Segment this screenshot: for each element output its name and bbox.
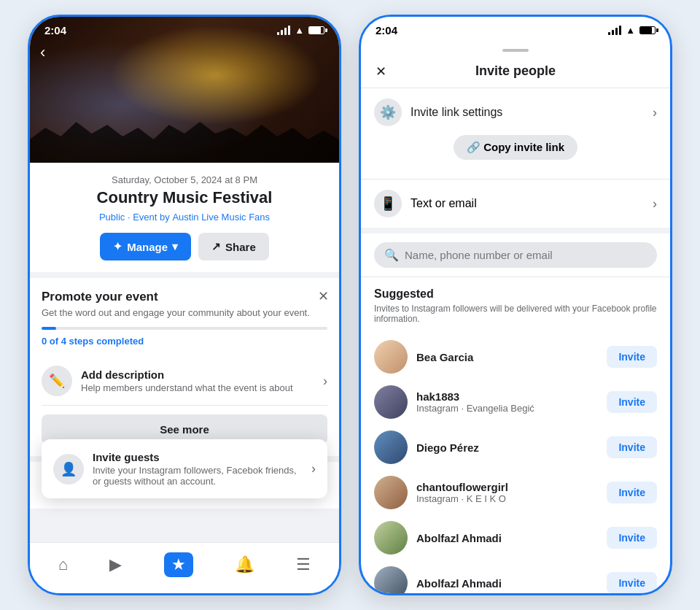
invite-guests-title: Invite guests — [93, 451, 303, 463]
nav-notifications[interactable]: 🔔 — [228, 551, 262, 579]
suggested-subtitle: Invites to Instagram followers will be d… — [374, 304, 657, 324]
wifi-icon: ▲ — [295, 25, 304, 36]
phone-2-status-icons: ▲ — [608, 25, 656, 36]
invite-close-button[interactable]: ✕ — [376, 63, 386, 80]
invite-link-settings-row[interactable]: ⚙️ Invite link settings › — [374, 99, 657, 126]
person-name: chantouflowergirl — [416, 481, 598, 493]
event-title: Country Music Festival — [42, 188, 327, 207]
person-row: Bea Garcia Invite — [374, 334, 657, 379]
person-sub: Instagram · Evangelia Begić — [416, 403, 598, 414]
bottom-nav: ⌂ ▶ ★ 🔔 ☰ — [30, 542, 339, 593]
person-row: hak1883 Instagram · Evangelia Begić Invi… — [374, 379, 657, 425]
step-desc: Help members understand what the event i… — [81, 382, 314, 393]
invite-header-title: Invite people — [475, 63, 556, 79]
battery-icon — [308, 26, 324, 34]
share-label: Share — [225, 241, 256, 253]
person-info: chantouflowergirl Instagram · K E I K O — [416, 481, 598, 504]
signal-icon — [277, 26, 290, 35]
invite-button[interactable]: Invite — [607, 391, 657, 413]
event-organizer[interactable]: Austin Live Music Fans — [172, 212, 270, 223]
phone-2-status-bar: 2:04 ▲ — [361, 17, 670, 39]
suggested-title: Suggested — [374, 287, 657, 301]
invite-button[interactable]: Invite — [607, 482, 657, 503]
invite-popup-arrow: › — [311, 461, 316, 476]
event-meta: Public · Event by Austin Live Music Fans — [42, 212, 327, 223]
share-icon: ↗ — [211, 240, 221, 253]
video-icon: ▶ — [109, 555, 122, 574]
phone-icon: 📱 — [374, 190, 402, 217]
phone-1-status-icons: ▲ — [277, 25, 324, 36]
share-button[interactable]: ↗ Share — [198, 233, 269, 260]
invite-body: ⚙️ Invite link settings › 🔗 Copy invite … — [361, 88, 670, 595]
event-date: Saturday, October 5, 2024 at 8 PM — [42, 174, 327, 185]
manage-icon: ✦ — [113, 240, 122, 253]
promote-close-button[interactable]: ✕ — [318, 288, 329, 304]
events-icon: ★ — [164, 552, 193, 577]
steps-completed: 0 of 4 steps completed — [42, 336, 327, 347]
avatar — [374, 385, 408, 419]
person-row: Abolfazl Ahmadi Invite — [374, 515, 657, 560]
invite-guests-desc: Invite your Instagram followers, Facebok… — [93, 465, 303, 487]
phone-1: 2:04 ▲ ‹ Saturday, October 5, 202 — [28, 15, 341, 595]
home-icon: ⌂ — [58, 555, 68, 574]
person-name: Bea Garcia — [416, 351, 598, 363]
event-info-card: Saturday, October 5, 2024 at 8 PM Countr… — [30, 163, 339, 278]
manage-label: Manage — [127, 241, 168, 253]
invite-button[interactable]: Invite — [607, 346, 657, 368]
notifications-icon: 🔔 — [235, 555, 254, 574]
text-email-row[interactable]: 📱 Text or email › — [361, 179, 670, 233]
invite-link-settings-text: Invite link settings — [411, 106, 502, 119]
copy-invite-button[interactable]: 🔗 Copy invite link — [454, 135, 578, 160]
invite-popup: 👤 Invite guests Invite your Instagram fo… — [42, 439, 327, 498]
avatar — [374, 521, 408, 555]
nav-events[interactable]: ★ — [157, 548, 201, 582]
search-icon: 🔍 — [384, 248, 399, 262]
invite-link-settings-label: ⚙️ Invite link settings — [374, 99, 502, 126]
phone-1-time: 2:04 — [44, 24, 66, 36]
search-input[interactable] — [405, 249, 647, 261]
step-content: Add description Help members understand … — [81, 368, 314, 393]
text-email-chevron-icon: › — [653, 196, 657, 212]
person-info: Diego Pérez — [416, 441, 598, 454]
phone2-battery-icon — [639, 26, 656, 34]
person-name: Abolfazl Ahmadi — [416, 532, 598, 544]
invite-button[interactable]: Invite — [607, 572, 657, 594]
invite-header: ✕ Invite people — [361, 52, 670, 88]
phone-2: 2:04 ▲ ✕ Invite people — [359, 15, 672, 595]
add-description-step[interactable]: ✏️ Add description Help members understa… — [42, 357, 327, 406]
settings-chevron-icon: › — [653, 105, 657, 120]
invite-guests-content: Invite guests Invite your Instagram foll… — [93, 451, 303, 487]
nav-menu[interactable]: ☰ — [289, 551, 318, 579]
search-row: 🔍 — [361, 233, 670, 277]
person-info: Abolfazl Ahmadi — [416, 532, 598, 544]
person-name: hak1883 — [416, 390, 598, 403]
back-button[interactable]: ‹ — [40, 43, 45, 62]
invite-guests-icon: 👤 — [53, 454, 84, 484]
event-actions: ✦ Manage ▾ ↗ Share — [42, 233, 327, 260]
text-email-text: Text or email — [411, 197, 477, 210]
promote-card: Promote your event Get the word out and … — [30, 278, 339, 462]
copy-invite-container: 🔗 Copy invite link — [374, 135, 657, 160]
avatar — [374, 431, 408, 464]
manage-chevron: ▾ — [172, 240, 178, 253]
invite-button[interactable]: Invite — [607, 436, 657, 458]
nav-video[interactable]: ▶ — [102, 551, 129, 579]
avatar — [374, 476, 408, 509]
avatar — [374, 340, 408, 374]
person-info: hak1883 Instagram · Evangelia Begić — [416, 390, 598, 414]
menu-icon: ☰ — [296, 555, 311, 574]
edit-icon: ✏️ — [42, 366, 72, 396]
promote-title: Promote your event — [42, 290, 327, 304]
person-row: Diego Pérez Invite — [374, 425, 657, 470]
search-box: 🔍 — [374, 242, 657, 268]
phone-1-status-bar: 2:04 ▲ — [30, 17, 339, 39]
invite-guests-step[interactable]: 👤 Invite guests Invite your Instagram fo… — [53, 451, 316, 487]
nav-home[interactable]: ⌂ — [51, 551, 75, 579]
manage-button[interactable]: ✦ Manage ▾ — [100, 233, 191, 260]
settings-icon: ⚙️ — [374, 99, 402, 126]
progress-bar-fill — [42, 327, 56, 330]
invite-button[interactable]: Invite — [607, 527, 657, 549]
person-name: Diego Pérez — [416, 441, 598, 454]
suggested-section: Suggested Invites to Instagram followers… — [361, 277, 670, 595]
invite-link-settings-section: ⚙️ Invite link settings › 🔗 Copy invite … — [361, 88, 670, 179]
